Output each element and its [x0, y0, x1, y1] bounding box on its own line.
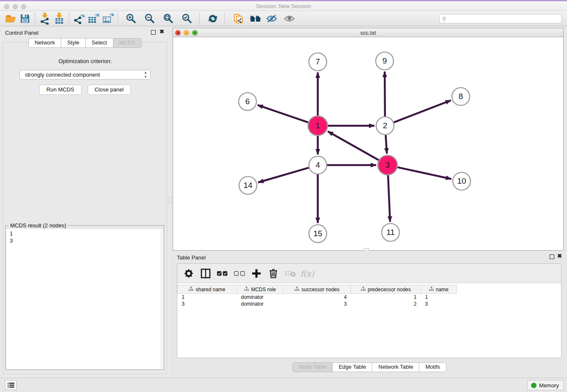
- table-row[interactable]: 3dominator323: [178, 301, 457, 307]
- control-tab-select[interactable]: Select: [85, 38, 113, 48]
- first-neighbors-icon[interactable]: [248, 12, 263, 25]
- hide-selected-icon[interactable]: [264, 12, 279, 25]
- toggle-columns-icon[interactable]: [200, 268, 211, 279]
- network-canvas-svg[interactable]: 7968124314101511: [173, 37, 563, 250]
- table-tab-network-table[interactable]: Network Table: [372, 362, 419, 372]
- graph-node-label-4: 4: [316, 160, 320, 169]
- deselect-all-rows-icon[interactable]: [234, 268, 245, 279]
- float-table-panel-icon[interactable]: [550, 254, 554, 259]
- table-cell[interactable]: 1: [421, 294, 457, 301]
- zoom-selected-icon[interactable]: [180, 12, 194, 25]
- float-panel-icon[interactable]: [151, 30, 156, 35]
- result-scrollbar[interactable]: [160, 229, 163, 369]
- table-cell[interactable]: 1: [351, 294, 421, 301]
- zoom-in-icon[interactable]: [124, 12, 138, 25]
- graph-edge-3-1[interactable]: [328, 131, 379, 160]
- graph-edge-3-10[interactable]: [397, 167, 451, 179]
- table-cell[interactable]: 3: [284, 301, 351, 307]
- table-cell[interactable]: 1: [178, 294, 237, 301]
- table-cell[interactable]: 3: [421, 301, 457, 307]
- graph-edge-1-6[interactable]: [258, 105, 308, 122]
- show-all-icon[interactable]: [282, 12, 297, 25]
- column-header-name[interactable]: name: [421, 285, 457, 294]
- column-header-shared-name[interactable]: shared name: [178, 285, 237, 294]
- export-table-icon[interactable]: [86, 12, 101, 25]
- control-tab-network[interactable]: Network: [28, 38, 61, 48]
- table-tab-motifs[interactable]: Motifs: [419, 362, 446, 372]
- table-panel-header: Table Panel ✖: [172, 251, 567, 263]
- mcds-result-values[interactable]: 13: [6, 229, 163, 369]
- table-panel-title: Table Panel: [177, 254, 206, 261]
- criterion-value: strongly connected component: [25, 72, 100, 78]
- toolbar-separator: [224, 13, 225, 25]
- graph-node-label-3: 3: [385, 160, 390, 169]
- delete-row-icon[interactable]: [268, 268, 279, 279]
- export-network-icon[interactable]: [72, 12, 86, 25]
- table-cell[interactable]: 4: [284, 294, 351, 301]
- import-table-icon[interactable]: [52, 12, 66, 25]
- table-panel-tabs: Node TableEdge TableNetwork TableMotifs: [172, 362, 567, 372]
- table-toolbar: f(x): [177, 264, 561, 283]
- main-toolbar: ⚲: [0, 11, 567, 26]
- control-tab-mcds[interactable]: MCDS: [113, 38, 142, 48]
- column-header-predecessor-nodes[interactable]: predecessor nodes: [351, 285, 421, 294]
- add-row-icon[interactable]: [251, 268, 262, 279]
- graph-edge-3-11[interactable]: [388, 175, 390, 222]
- search-icon: ⚲: [442, 16, 446, 22]
- task-history-button[interactable]: [5, 380, 17, 390]
- clone-network-icon[interactable]: [231, 12, 246, 25]
- column-header-mcds-role[interactable]: MCDS role: [237, 285, 284, 294]
- toolbar-separator: [35, 13, 35, 25]
- table-panel: Table Panel ✖: [172, 251, 567, 378]
- import-network-icon[interactable]: [38, 12, 52, 25]
- table-tab-node-table[interactable]: Node Table: [292, 362, 333, 372]
- close-panel-button[interactable]: Close panel: [88, 85, 131, 95]
- attribute-type-icon: [295, 287, 299, 293]
- status-bar: Memory: [0, 378, 567, 392]
- function-builder-icon[interactable]: f(x): [302, 268, 313, 279]
- export-image-icon[interactable]: [101, 12, 115, 25]
- zoom-out-icon[interactable]: [143, 12, 157, 25]
- table-row[interactable]: 1dominator411: [178, 294, 457, 301]
- vertical-splitter-grip[interactable]: [169, 197, 172, 203]
- control-panel: Control Panel ✖ NetworkStyleSelectMCDS O…: [0, 26, 170, 378]
- criterion-dropdown[interactable]: strongly connected component ▲▼: [19, 70, 151, 80]
- graph-edge-2-8[interactable]: [394, 100, 451, 122]
- run-mcds-button[interactable]: Run MCDS: [39, 85, 82, 95]
- close-table-panel-icon[interactable]: ✖: [557, 253, 562, 259]
- network-window-titlebar[interactable]: ✕ – + scc.txt: [173, 28, 563, 37]
- memory-button[interactable]: Memory: [527, 380, 564, 390]
- graph-edge-4-14[interactable]: [258, 168, 309, 182]
- select-all-rows-icon[interactable]: [217, 268, 228, 279]
- save-session-icon[interactable]: [18, 12, 32, 25]
- zoom-fit-icon[interactable]: [161, 12, 176, 25]
- table-cell[interactable]: 3: [178, 301, 237, 307]
- graph-node-label-2: 2: [383, 121, 388, 130]
- graph-node-label-6: 6: [245, 97, 250, 106]
- table-cell[interactable]: 2: [351, 301, 421, 307]
- graph-node-label-9: 9: [383, 56, 387, 65]
- graph-edge-2-3[interactable]: [385, 135, 387, 154]
- open-session-icon[interactable]: [3, 12, 18, 25]
- table-cell[interactable]: dominator: [237, 301, 284, 307]
- table-tab-edge-table[interactable]: Edge Table: [332, 362, 372, 372]
- attribute-type-icon: [189, 287, 193, 293]
- app-titlebar: Session: New Session: [0, 1, 567, 11]
- table-settings-icon[interactable]: [183, 268, 194, 279]
- table-cell[interactable]: dominator: [237, 294, 284, 301]
- graph-node-label-1: 1: [316, 121, 320, 130]
- chevron-updown-icon: ▲▼: [144, 71, 147, 79]
- mcds-result-box: MCDS result (2 nodes) 13: [6, 225, 164, 370]
- column-header-successor-nodes[interactable]: successor nodes: [284, 285, 351, 294]
- node-table: shared nameMCDS rolesuccessor nodesprede…: [177, 285, 457, 307]
- mcds-result-title: MCDS result (2 nodes): [8, 222, 68, 229]
- delete-column-icon[interactable]: [285, 268, 296, 279]
- control-panel-header: Control Panel ✖: [0, 26, 170, 38]
- close-panel-icon[interactable]: ✖: [160, 29, 164, 35]
- graph-edge-2-9[interactable]: [385, 72, 385, 116]
- control-tab-style[interactable]: Style: [61, 38, 86, 48]
- search-input[interactable]: [439, 14, 562, 23]
- apply-layout-icon[interactable]: [206, 12, 220, 25]
- graph-node-label-7: 7: [316, 57, 320, 66]
- graph-node-label-15: 15: [313, 229, 322, 238]
